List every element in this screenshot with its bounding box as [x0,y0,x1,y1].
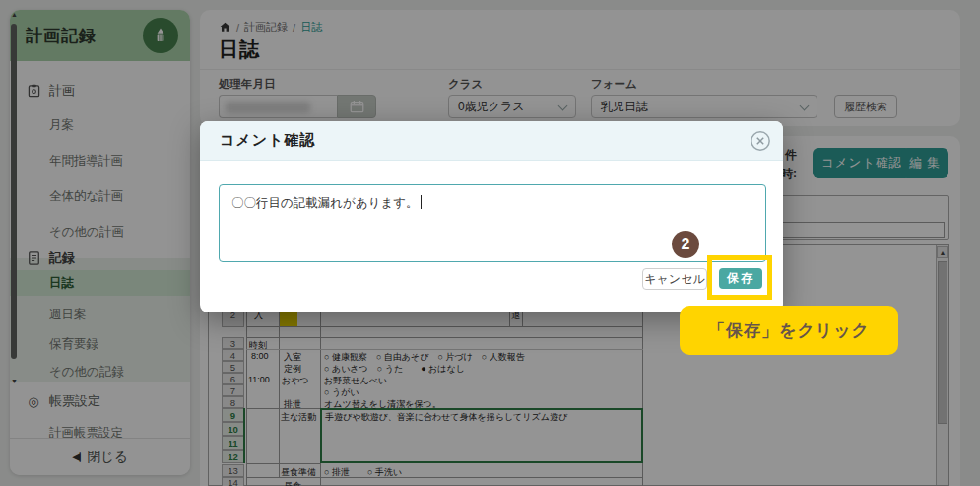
modal-title: コメント確認 [220,131,315,150]
modal-header: コメント確認 [200,121,783,161]
close-icon[interactable] [750,130,771,152]
text-caret [421,195,422,209]
comment-confirm-modal: コメント確認 〇〇行目の記載漏れがあります。 キャンセル 保存 [200,121,783,312]
cancel-button[interactable]: キャンセル [642,268,707,290]
tutorial-step-badge: 2 [672,231,699,258]
cancel-label: キャンセル [644,271,704,288]
save-button[interactable]: 保存 [719,268,762,289]
comment-text: 〇〇行目の記載漏れがあります。 [231,196,419,210]
app-window: 計画記録 計画 月案 年間指導計画 全体的な計画 その他の計画 [0,0,980,486]
tutorial-tooltip: 「保存」をクリック [680,306,898,355]
